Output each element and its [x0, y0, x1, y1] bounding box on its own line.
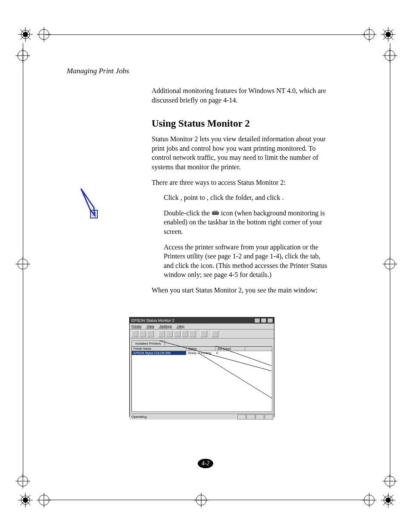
toolbar-button-icon	[166, 330, 173, 337]
registration-mark-icon	[362, 27, 377, 42]
printer-tray-icon	[212, 209, 219, 215]
status-bar: Operating	[130, 414, 274, 420]
registration-mark-icon	[18, 27, 33, 42]
crop-line	[390, 43, 390, 258]
registration-mark-icon	[381, 27, 395, 42]
toolbar-button-icon	[200, 330, 207, 337]
close-icon: ×	[267, 318, 273, 323]
svg-point-38	[23, 498, 28, 503]
paragraph-1: Status Monitor 2 lets you view detailed …	[152, 134, 330, 171]
svg-point-20	[386, 32, 391, 37]
svg-point-53	[386, 498, 391, 503]
bullet-3: Access the printer software from your ap…	[164, 243, 330, 280]
bullet-2: Double-click the icon (when background m…	[164, 208, 330, 236]
toolbar-button-icon	[181, 330, 188, 337]
paragraph-2: There are three ways to access Status Mo…	[152, 178, 330, 187]
svg-rect-62	[213, 211, 218, 212]
crop-line	[23, 43, 23, 258]
bullet-1: Click , point to , click the folder, and…	[164, 193, 330, 202]
section-heading: Using Status Monitor 2	[152, 117, 330, 130]
window-titlebar: EPSON Status Monitor 2 _ ▢ ×	[130, 317, 274, 324]
registration-mark-icon	[37, 493, 51, 507]
toolbar-button-icon	[189, 330, 196, 337]
running-header: Managing Print Jobs	[67, 67, 129, 75]
registration-mark-icon	[18, 493, 33, 507]
svg-line-65	[199, 353, 272, 398]
toolbar-button-icon	[158, 330, 165, 337]
toolbar-button-icon	[174, 330, 181, 337]
registration-mark-icon	[362, 493, 377, 507]
page-number: 4-2	[198, 459, 213, 468]
crop-line	[390, 271, 390, 478]
menu-item: Help	[177, 324, 184, 328]
toolbar-button-icon	[147, 330, 154, 337]
minimize-icon: _	[254, 318, 260, 323]
callout-line	[199, 353, 272, 398]
menu-bar: Printer View Settings Help	[130, 324, 274, 330]
toolbar-button-icon	[131, 330, 138, 337]
registration-mark-icon	[383, 257, 397, 271]
menu-item: View	[147, 324, 154, 328]
note-pencil-icon	[78, 185, 101, 220]
registration-mark-icon	[194, 493, 209, 507]
intro-paragraph: Additional monitoring features for Windo…	[152, 86, 330, 105]
toolbar-button-icon	[212, 330, 218, 337]
toolbar-button-icon	[139, 330, 146, 337]
menu-item: Settings	[159, 324, 172, 328]
toolbar	[130, 330, 274, 339]
crop-line	[45, 500, 368, 500]
maximize-icon: ▢	[261, 318, 267, 323]
registration-mark-icon	[381, 493, 395, 507]
registration-mark-icon	[16, 257, 30, 271]
registration-mark-icon	[383, 474, 397, 488]
paragraph-3: When you start Status Monitor 2, you see…	[152, 286, 330, 295]
crop-line	[23, 271, 23, 478]
crop-line	[45, 34, 368, 35]
menu-item: Printer	[131, 324, 142, 328]
svg-point-5	[23, 32, 28, 37]
window-title: EPSON Status Monitor 2	[131, 318, 174, 323]
registration-mark-icon	[16, 474, 30, 488]
